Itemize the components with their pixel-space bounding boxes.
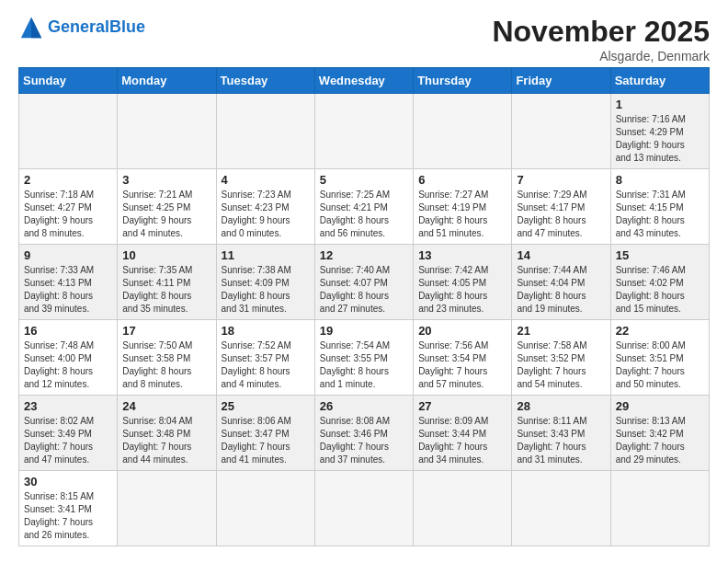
day-number: 22 <box>616 324 704 338</box>
calendar-week-row: 1Sunrise: 7:16 AM Sunset: 4:29 PM Daylig… <box>19 94 710 169</box>
calendar-day-cell: 9Sunrise: 7:33 AM Sunset: 4:13 PM Daylig… <box>19 245 118 320</box>
calendar-day-cell <box>314 94 413 169</box>
calendar-header-row: SundayMondayTuesdayWednesdayThursdayFrid… <box>19 68 710 94</box>
day-info: Sunrise: 7:33 AM Sunset: 4:13 PM Dayligh… <box>24 264 112 316</box>
calendar-day-cell <box>216 94 314 169</box>
day-number: 15 <box>616 248 704 262</box>
day-info: Sunrise: 8:13 AM Sunset: 3:42 PM Dayligh… <box>616 415 704 466</box>
day-number: 23 <box>24 399 112 413</box>
weekday-header: Friday <box>512 68 610 94</box>
day-info: Sunrise: 8:15 AM Sunset: 3:41 PM Dayligh… <box>24 490 112 542</box>
day-info: Sunrise: 8:00 AM Sunset: 3:51 PM Dayligh… <box>616 339 704 391</box>
calendar-day-cell <box>314 471 413 546</box>
day-number: 10 <box>122 248 210 262</box>
calendar-day-cell: 19Sunrise: 7:54 AM Sunset: 3:55 PM Dayli… <box>314 320 413 396</box>
day-number: 29 <box>616 399 704 413</box>
day-info: Sunrise: 8:08 AM Sunset: 3:46 PM Dayligh… <box>320 415 408 466</box>
day-info: Sunrise: 7:46 AM Sunset: 4:02 PM Dayligh… <box>616 264 704 316</box>
day-number: 2 <box>24 173 112 187</box>
day-info: Sunrise: 8:09 AM Sunset: 3:44 PM Dayligh… <box>418 415 506 466</box>
day-info: Sunrise: 7:40 AM Sunset: 4:07 PM Dayligh… <box>320 264 408 316</box>
calendar-day-cell <box>414 471 512 546</box>
calendar-week-row: 2Sunrise: 7:18 AM Sunset: 4:27 PM Daylig… <box>19 169 710 245</box>
calendar-day-cell: 24Sunrise: 8:04 AM Sunset: 3:48 PM Dayli… <box>118 396 216 471</box>
day-info: Sunrise: 8:02 AM Sunset: 3:49 PM Dayligh… <box>24 415 112 466</box>
day-number: 7 <box>517 173 605 187</box>
calendar-day-cell: 1Sunrise: 7:16 AM Sunset: 4:29 PM Daylig… <box>610 94 709 169</box>
day-number: 18 <box>222 324 310 338</box>
day-number: 3 <box>122 173 210 187</box>
weekday-header: Monday <box>118 68 216 94</box>
calendar-day-cell: 6Sunrise: 7:27 AM Sunset: 4:19 PM Daylig… <box>414 169 512 245</box>
calendar-day-cell: 7Sunrise: 7:29 AM Sunset: 4:17 PM Daylig… <box>512 169 610 245</box>
day-info: Sunrise: 7:44 AM Sunset: 4:04 PM Dayligh… <box>517 264 605 316</box>
calendar-day-cell: 22Sunrise: 8:00 AM Sunset: 3:51 PM Dayli… <box>610 320 709 396</box>
day-number: 8 <box>616 173 704 187</box>
calendar-day-cell: 10Sunrise: 7:35 AM Sunset: 4:11 PM Dayli… <box>118 245 216 320</box>
logo-icon <box>18 15 44 40</box>
calendar-week-row: 9Sunrise: 7:33 AM Sunset: 4:13 PM Daylig… <box>19 245 710 320</box>
day-info: Sunrise: 8:11 AM Sunset: 3:43 PM Dayligh… <box>517 415 605 466</box>
location-subtitle: Alsgarde, Denmark <box>492 49 710 63</box>
calendar-day-cell: 27Sunrise: 8:09 AM Sunset: 3:44 PM Dayli… <box>414 396 512 471</box>
calendar-day-cell: 12Sunrise: 7:40 AM Sunset: 4:07 PM Dayli… <box>314 245 413 320</box>
day-info: Sunrise: 7:29 AM Sunset: 4:17 PM Dayligh… <box>517 189 605 240</box>
calendar-day-cell: 11Sunrise: 7:38 AM Sunset: 4:09 PM Dayli… <box>216 245 314 320</box>
day-number: 13 <box>418 248 506 262</box>
calendar-day-cell: 25Sunrise: 8:06 AM Sunset: 3:47 PM Dayli… <box>216 396 314 471</box>
calendar-day-cell <box>118 471 216 546</box>
day-number: 25 <box>222 399 310 413</box>
calendar-week-row: 23Sunrise: 8:02 AM Sunset: 3:49 PM Dayli… <box>19 396 710 471</box>
calendar-day-cell: 26Sunrise: 8:08 AM Sunset: 3:46 PM Dayli… <box>314 396 413 471</box>
calendar-day-cell: 30Sunrise: 8:15 AM Sunset: 3:41 PM Dayli… <box>19 471 118 546</box>
day-info: Sunrise: 7:56 AM Sunset: 3:54 PM Dayligh… <box>418 339 506 391</box>
page-header: GeneralBlue November 2025 Alsgarde, Denm… <box>18 15 710 63</box>
calendar-day-cell <box>216 471 314 546</box>
weekday-header: Tuesday <box>216 68 314 94</box>
day-info: Sunrise: 7:27 AM Sunset: 4:19 PM Dayligh… <box>418 189 506 240</box>
day-number: 20 <box>418 324 506 338</box>
day-info: Sunrise: 7:50 AM Sunset: 3:58 PM Dayligh… <box>122 339 210 391</box>
calendar-day-cell <box>118 94 216 169</box>
day-info: Sunrise: 8:04 AM Sunset: 3:48 PM Dayligh… <box>122 415 210 466</box>
calendar-day-cell: 29Sunrise: 8:13 AM Sunset: 3:42 PM Dayli… <box>610 396 709 471</box>
day-number: 6 <box>418 173 506 187</box>
calendar-day-cell: 14Sunrise: 7:44 AM Sunset: 4:04 PM Dayli… <box>512 245 610 320</box>
weekday-header: Thursday <box>414 68 512 94</box>
calendar-day-cell <box>414 94 512 169</box>
day-info: Sunrise: 7:38 AM Sunset: 4:09 PM Dayligh… <box>222 264 310 316</box>
calendar-day-cell: 16Sunrise: 7:48 AM Sunset: 4:00 PM Dayli… <box>19 320 118 396</box>
day-info: Sunrise: 7:16 AM Sunset: 4:29 PM Dayligh… <box>616 113 704 165</box>
title-block: November 2025 Alsgarde, Denmark <box>492 15 710 63</box>
calendar-day-cell: 18Sunrise: 7:52 AM Sunset: 3:57 PM Dayli… <box>216 320 314 396</box>
calendar-day-cell: 8Sunrise: 7:31 AM Sunset: 4:15 PM Daylig… <box>610 169 709 245</box>
day-number: 24 <box>122 399 210 413</box>
calendar-day-cell: 5Sunrise: 7:25 AM Sunset: 4:21 PM Daylig… <box>314 169 413 245</box>
day-info: Sunrise: 7:23 AM Sunset: 4:23 PM Dayligh… <box>222 189 310 240</box>
calendar-table: SundayMondayTuesdayWednesdayThursdayFrid… <box>18 67 710 546</box>
day-number: 11 <box>222 248 310 262</box>
day-number: 9 <box>24 248 112 262</box>
logo-text: GeneralBlue <box>48 18 145 37</box>
day-info: Sunrise: 7:42 AM Sunset: 4:05 PM Dayligh… <box>418 264 506 316</box>
day-number: 17 <box>122 324 210 338</box>
weekday-header: Sunday <box>19 68 118 94</box>
day-info: Sunrise: 7:48 AM Sunset: 4:00 PM Dayligh… <box>24 339 112 391</box>
day-number: 21 <box>517 324 605 338</box>
calendar-day-cell: 2Sunrise: 7:18 AM Sunset: 4:27 PM Daylig… <box>19 169 118 245</box>
day-number: 30 <box>24 475 112 488</box>
calendar-day-cell <box>610 471 709 546</box>
day-info: Sunrise: 7:21 AM Sunset: 4:25 PM Dayligh… <box>122 189 210 240</box>
day-info: Sunrise: 7:18 AM Sunset: 4:27 PM Dayligh… <box>24 189 112 240</box>
day-info: Sunrise: 8:06 AM Sunset: 3:47 PM Dayligh… <box>222 415 310 466</box>
svg-marker-1 <box>31 17 41 38</box>
day-number: 12 <box>320 248 408 262</box>
calendar-day-cell: 17Sunrise: 7:50 AM Sunset: 3:58 PM Dayli… <box>118 320 216 396</box>
day-number: 26 <box>320 399 408 413</box>
calendar-week-row: 30Sunrise: 8:15 AM Sunset: 3:41 PM Dayli… <box>19 471 710 546</box>
calendar-day-cell: 3Sunrise: 7:21 AM Sunset: 4:25 PM Daylig… <box>118 169 216 245</box>
calendar-day-cell <box>512 94 610 169</box>
calendar-day-cell <box>19 94 118 169</box>
day-info: Sunrise: 7:35 AM Sunset: 4:11 PM Dayligh… <box>122 264 210 316</box>
calendar-day-cell: 28Sunrise: 8:11 AM Sunset: 3:43 PM Dayli… <box>512 396 610 471</box>
